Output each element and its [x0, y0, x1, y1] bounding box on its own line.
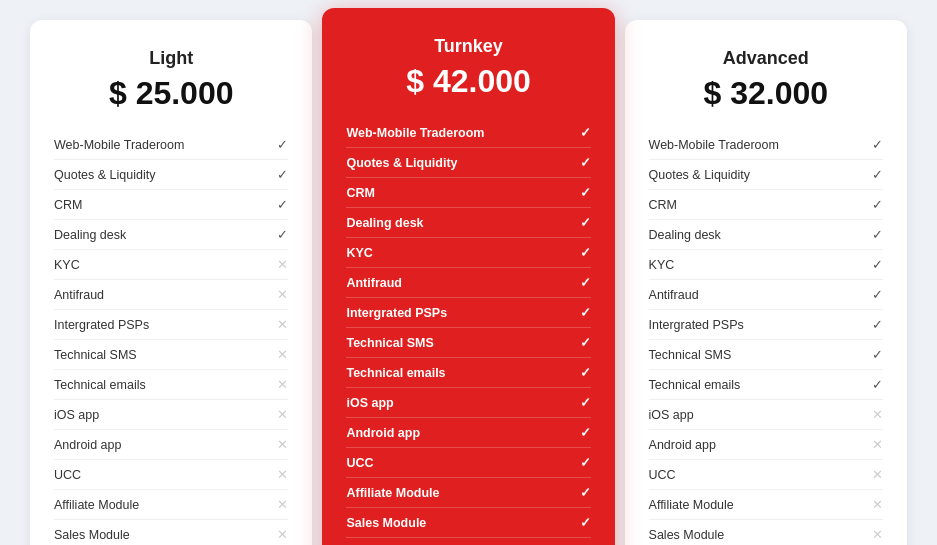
cross-icon: ✕	[272, 437, 288, 452]
feature-label: Intergrated PSPs	[54, 318, 149, 332]
check-icon: ✓	[575, 245, 591, 260]
check-icon: ✓	[575, 125, 591, 140]
list-item: Technical emails✕	[54, 370, 288, 400]
feature-label: Affiliate Module	[346, 486, 439, 500]
feature-label: Dealing desk	[649, 228, 721, 242]
feature-label: Technical SMS	[54, 348, 137, 362]
feature-label: KYC	[649, 258, 675, 272]
feature-label: Technical emails	[649, 378, 741, 392]
check-icon: ✓	[575, 515, 591, 530]
list-item: Antifraud✓	[346, 268, 590, 298]
check-icon: ✓	[867, 137, 883, 152]
list-item: Sales Module✕	[54, 520, 288, 545]
list-item: Dealing desk✓	[346, 208, 590, 238]
list-item: iOS app✕	[649, 400, 883, 430]
cross-icon: ✕	[272, 407, 288, 422]
list-item: KYC✓	[346, 238, 590, 268]
list-item: Technical emails✓	[346, 358, 590, 388]
plan-name-turnkey: Turnkey	[346, 36, 590, 57]
feature-label: Sales Module	[54, 528, 130, 542]
cross-icon: ✕	[272, 497, 288, 512]
feature-label: Android app	[346, 426, 420, 440]
plan-name-light: Light	[54, 48, 288, 69]
list-item: Affiliate Module✕	[54, 490, 288, 520]
list-item: Dealing desk✓	[649, 220, 883, 250]
feature-label: Quotes & Liquidity	[649, 168, 750, 182]
feature-label: CRM	[649, 198, 677, 212]
plan-price-advanced: $ 32.000	[649, 75, 883, 112]
cross-icon: ✕	[867, 467, 883, 482]
check-icon: ✓	[575, 275, 591, 290]
cross-icon: ✕	[867, 407, 883, 422]
cross-icon: ✕	[272, 527, 288, 542]
check-icon: ✓	[867, 227, 883, 242]
feature-label: UCC	[54, 468, 81, 482]
check-icon: ✓	[575, 335, 591, 350]
check-icon: ✓	[575, 395, 591, 410]
feature-label: Technical emails	[346, 366, 445, 380]
feature-label: CRM	[346, 186, 374, 200]
feature-label: Technical SMS	[346, 336, 433, 350]
check-icon: ✓	[575, 155, 591, 170]
feature-label: KYC	[54, 258, 80, 272]
feature-label: Antifraud	[649, 288, 699, 302]
plan-price-turnkey: $ 42.000	[346, 63, 590, 100]
feature-label: iOS app	[346, 396, 393, 410]
feature-label: UCC	[649, 468, 676, 482]
cross-icon: ✕	[272, 377, 288, 392]
list-item: Technical emails✓	[649, 370, 883, 400]
feature-label: iOS app	[649, 408, 694, 422]
list-item: Affiliate Module✕	[649, 490, 883, 520]
features-list-advanced: Web-Mobile Traderoom✓Quotes & Liquidity✓…	[649, 130, 883, 545]
check-icon: ✓	[575, 425, 591, 440]
cross-icon: ✕	[272, 257, 288, 272]
check-icon: ✓	[867, 317, 883, 332]
list-item: Android app✕	[649, 430, 883, 460]
list-item: Intergrated PSPs✓	[346, 298, 590, 328]
feature-label: Antifraud	[346, 276, 402, 290]
check-icon: ✓	[867, 347, 883, 362]
check-icon: ✓	[867, 197, 883, 212]
feature-label: Dealing desk	[346, 216, 423, 230]
list-item: CRM✓	[649, 190, 883, 220]
list-item: Quotes & Liquidity✓	[54, 160, 288, 190]
cross-icon: ✕	[272, 467, 288, 482]
list-item: Sales Module✕	[649, 520, 883, 545]
check-icon: ✓	[272, 227, 288, 242]
feature-label: Quotes & Liquidity	[54, 168, 155, 182]
feature-label: CRM	[54, 198, 82, 212]
feature-label: Intergrated PSPs	[649, 318, 744, 332]
list-item: Antifraud✕	[54, 280, 288, 310]
plan-name-advanced: Advanced	[649, 48, 883, 69]
list-item: Web-Mobile Traderoom✓	[649, 130, 883, 160]
list-item: Technical SMS✓	[346, 328, 590, 358]
check-icon: ✓	[867, 287, 883, 302]
list-item: Technical SMS✓	[649, 340, 883, 370]
list-item: Affiliate Module✓	[346, 478, 590, 508]
feature-label: Technical SMS	[649, 348, 732, 362]
check-icon: ✓	[575, 215, 591, 230]
cross-icon: ✕	[272, 347, 288, 362]
feature-label: Intergrated PSPs	[346, 306, 447, 320]
feature-label: Web-Mobile Traderoom	[346, 126, 484, 140]
feature-label: Web-Mobile Traderoom	[649, 138, 779, 152]
feature-label: Sales Module	[346, 516, 426, 530]
list-item: UCC✕	[649, 460, 883, 490]
check-icon: ✓	[575, 455, 591, 470]
list-item: Dealing desk✓	[54, 220, 288, 250]
list-item: Sales Module✓	[346, 508, 590, 538]
feature-label: Android app	[649, 438, 716, 452]
list-item: Technical SMS✕	[54, 340, 288, 370]
cross-icon: ✕	[867, 497, 883, 512]
list-item: KYC✓	[649, 250, 883, 280]
list-item: Quotes & Liquidity✓	[346, 148, 590, 178]
check-icon: ✓	[867, 167, 883, 182]
feature-label: KYC	[346, 246, 372, 260]
check-icon: ✓	[272, 197, 288, 212]
feature-label: UCC	[346, 456, 373, 470]
plan-card-advanced: Advanced$ 32.000Web-Mobile Traderoom✓Quo…	[625, 20, 907, 545]
check-icon: ✓	[867, 257, 883, 272]
plan-card-light: Light$ 25.000Web-Mobile Traderoom✓Quotes…	[30, 20, 312, 545]
list-item: iOS app✓	[346, 388, 590, 418]
list-item: Intergrated PSPs✓	[649, 310, 883, 340]
